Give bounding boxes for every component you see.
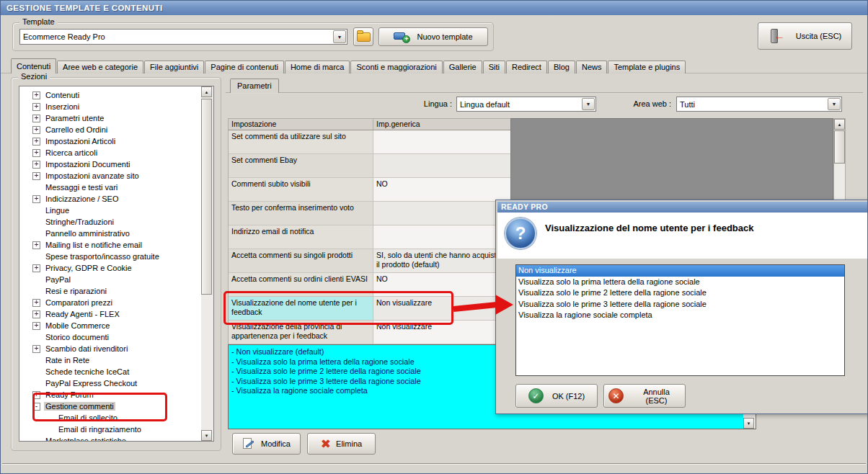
tree-item[interactable]: +Privacy, GDPR e Cookie — [19, 262, 201, 274]
dialog-option[interactable]: Non visualizzare — [516, 265, 844, 277]
tree-item[interactable]: PayPal Express Checkout — [19, 377, 201, 389]
tree-item[interactable]: Email di sollecito — [19, 412, 201, 424]
expand-icon[interactable]: + — [32, 149, 40, 157]
tree-item[interactable]: +Mailing list e notifiche email — [19, 239, 201, 251]
tree-item[interactable]: Storico documenti — [19, 331, 201, 343]
expand-icon[interactable]: + — [32, 299, 40, 307]
template-combobox[interactable]: Ecommerce Ready Pro ▼ — [19, 29, 347, 45]
tab-file-aggiuntivi[interactable]: File aggiuntivi — [144, 61, 204, 73]
expand-icon[interactable]: + — [32, 391, 40, 399]
tree-item[interactable]: +Mobile Commerce — [19, 320, 201, 331]
tree-item[interactable]: +Parametri utente — [19, 112, 201, 124]
tree-item[interactable]: PayPal — [19, 274, 201, 285]
area-web-combobox[interactable]: Tutti ▼ — [676, 97, 842, 112]
expand-icon[interactable]: + — [32, 195, 40, 203]
tab-siti[interactable]: Siti — [483, 61, 505, 73]
expand-icon[interactable]: + — [32, 264, 40, 272]
tree-item[interactable]: Marketplace statistiche — [19, 435, 201, 441]
param-row[interactable]: Commenti subito visibiliNO — [228, 178, 511, 202]
tree-item[interactable]: +Indicizzazione / SEO — [19, 193, 201, 205]
tree-item[interactable]: Pannello amministrativo — [19, 228, 201, 239]
tab-news[interactable]: News — [576, 61, 608, 73]
ok-button[interactable]: ✓ OK (F12) — [515, 384, 598, 408]
param-row[interactable]: Accetta commenti su ordini clienti EVASI… — [228, 273, 511, 297]
scroll-up-icon[interactable]: ▲ — [834, 119, 845, 130]
elimina-button[interactable]: ✖ Elimina — [307, 433, 376, 455]
tree-item[interactable]: Schede tecniche IceCat — [19, 366, 201, 377]
tab-redirect[interactable]: Redirect — [506, 61, 547, 73]
param-row[interactable]: Visualizzazione del nome utente per i fe… — [228, 297, 511, 321]
chevron-down-icon[interactable]: ▼ — [828, 98, 841, 110]
table-scrollbar-thumb[interactable] — [834, 130, 845, 164]
param-row[interactable]: Indirizzo email di notifica — [228, 225, 511, 249]
open-folder-button[interactable] — [353, 27, 373, 46]
expand-icon[interactable]: + — [32, 138, 40, 146]
tab-template-e-plugins[interactable]: Template e plugins — [608, 61, 686, 73]
tree-item[interactable]: +Contenuti — [19, 89, 201, 101]
tree-item[interactable]: Stringhe/Traduzioni — [19, 216, 201, 228]
dialog-option[interactable]: Visualizza solo la prima lettera della r… — [516, 277, 844, 288]
tab-parametri[interactable]: Parametri — [230, 79, 279, 93]
dialog-option[interactable]: Visualizza solo le prime 3 lettere della… — [516, 299, 844, 310]
tab-contenuti[interactable]: Contenuti — [11, 58, 56, 73]
collapse-icon[interactable]: - — [32, 403, 40, 411]
tab-home-di-marca[interactable]: Home di marca — [285, 61, 350, 73]
tab-blog[interactable]: Blog — [548, 61, 575, 73]
tree-item[interactable]: +Impostazioni Articoli — [19, 135, 201, 147]
tree-item-label: Parametri utente — [44, 114, 105, 122]
param-row[interactable]: Accetta commenti su singoli prodottiSI, … — [228, 249, 511, 273]
tree-item[interactable]: +Comparatori prezzi — [19, 297, 201, 308]
expand-icon[interactable]: + — [32, 172, 40, 180]
tree-item[interactable]: +Ready Agenti - FLEX — [19, 308, 201, 320]
tree-item[interactable]: +Inserzioni — [19, 101, 201, 112]
param-row[interactable]: Set commenti da utilizzare sul sito — [228, 130, 511, 154]
scroll-up-icon[interactable]: ▲ — [201, 86, 212, 97]
tree-item[interactable]: +Carrello ed Ordini — [19, 124, 201, 135]
expand-icon[interactable]: + — [32, 103, 40, 111]
chevron-down-icon[interactable]: ▼ — [582, 98, 595, 110]
tree-item[interactable]: -Gestione commenti — [19, 401, 201, 412]
tree-item[interactable]: Lingue — [19, 205, 201, 216]
tree-scrollbar[interactable]: ▲ ▼ — [201, 86, 213, 441]
scroll-down-icon[interactable]: ▼ — [743, 418, 754, 429]
modifica-button[interactable]: Modifica — [232, 433, 301, 455]
param-row[interactable]: Visualizzazione della provincia di appar… — [228, 321, 511, 344]
tab-pagine-di-contenuti[interactable]: Pagine di contenuti — [205, 61, 284, 73]
expand-icon[interactable]: + — [32, 345, 40, 353]
tree-item[interactable]: +Impostazioni Documenti — [19, 158, 201, 170]
tree-scrollbar-thumb[interactable] — [201, 99, 212, 295]
lingua-combobox[interactable]: Lingua default ▼ — [456, 97, 596, 112]
dialog-ready-pro: READY PRO ? Visualizzazione del nome ute… — [495, 200, 868, 414]
tree-item[interactable]: +Impostazioni avanzate sito — [19, 170, 201, 182]
tree-item[interactable]: Rate in Rete — [19, 354, 201, 366]
tree-item-label: Email di ringraziamento — [57, 425, 143, 434]
dialog-option[interactable]: Visualizza la ragione sociale completa — [516, 310, 844, 321]
expand-icon[interactable]: + — [32, 161, 40, 169]
expand-icon[interactable]: + — [32, 126, 40, 134]
tree-item[interactable]: Messaggi e testi vari — [19, 182, 201, 193]
expand-icon[interactable]: + — [32, 310, 40, 318]
tab-gallerie[interactable]: Gallerie — [443, 61, 482, 73]
exit-button[interactable]: ← Uscita (ESC) — [758, 22, 852, 50]
cancel-button[interactable]: ✕ Annulla (ESC) — [603, 384, 686, 408]
param-row[interactable]: Testo per conferma inserimento voto — [228, 202, 511, 225]
tree-item[interactable]: Spese trasporto/incasso gratuite — [19, 251, 201, 262]
expand-icon[interactable]: + — [32, 91, 40, 99]
tab-sconti-e-maggiorazioni[interactable]: Sconti e maggiorazioni — [350, 61, 442, 73]
tree-item-label: Mailing list e notifiche email — [44, 241, 143, 249]
expand-icon[interactable]: + — [32, 115, 40, 122]
tree-item[interactable]: Email di ringraziamento — [19, 424, 201, 435]
param-row[interactable]: Set commenti Ebay — [228, 154, 511, 178]
chevron-down-icon[interactable]: ▼ — [333, 30, 346, 43]
expand-icon[interactable]: + — [32, 322, 40, 330]
new-template-button[interactable]: + Nuovo template — [378, 27, 488, 46]
tree-item[interactable]: +Ricerca articoli — [19, 147, 201, 158]
scroll-down-icon[interactable]: ▼ — [201, 430, 212, 441]
tree-item[interactable]: Resi e riparazioni — [19, 285, 201, 297]
tree-item[interactable]: +Ready Forum — [19, 389, 201, 401]
dialog-option[interactable]: Visualizza solo le prime 2 lettere della… — [516, 287, 844, 299]
expand-icon[interactable]: + — [32, 241, 40, 249]
tree-item[interactable]: +Scambio dati rivenditori — [19, 343, 201, 354]
dialog-options-list[interactable]: Non visualizzareVisualizza solo la prima… — [515, 264, 845, 376]
tab-aree-web-e-categorie[interactable]: Aree web e categorie — [57, 61, 143, 73]
